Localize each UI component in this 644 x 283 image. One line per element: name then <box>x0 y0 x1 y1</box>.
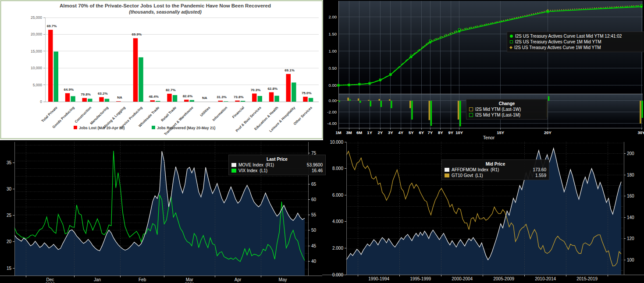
svg-text:2015-2019: 2015-2019 <box>576 276 598 281</box>
move-vix-legend[interactable]: Last Price MOVE Index (R1) 53.9600 VIX I… <box>228 155 326 175</box>
svg-text:1.50: 1.50 <box>329 32 337 36</box>
svg-text:6.000: 6.000 <box>332 193 343 198</box>
legend-label: I2S US Treasury Actives Curve Last Mid Y… <box>515 33 622 39</box>
svg-text:1Y: 1Y <box>367 130 372 135</box>
move-vix-panel[interactable]: 35302520157570656055504540DecJanFebMarAp… <box>0 140 322 283</box>
series-value: 16.46 <box>270 168 323 173</box>
marker-asterisk-icon <box>509 46 512 49</box>
svg-text:30: 30 <box>7 187 12 191</box>
change-legend[interactable]: Change I2S Mid YTM (Last-1W) I2S Mid YTM… <box>466 99 548 120</box>
legend-title: Last Price <box>231 156 323 162</box>
swatch-outline-icon <box>469 113 473 117</box>
svg-text:3M: 3M <box>346 130 352 135</box>
svg-text:1M: 1M <box>335 130 341 135</box>
svg-text:20Y: 20Y <box>544 130 552 135</box>
legend-row-affdfmom: AFFDFMOM Index (R1) 173.60 <box>445 167 546 173</box>
legend-row-1w: I2S US Treasury Actives Curve 1W Mid YTM <box>510 45 644 50</box>
svg-text:7Y: 7Y <box>428 130 433 135</box>
svg-text:15: 15 <box>7 266 12 271</box>
svg-text:20: 20 <box>7 239 12 244</box>
series-value: 53.9600 <box>276 162 323 168</box>
series-axis: (L1) <box>260 168 267 173</box>
mid-price-legend[interactable]: Mid Price AFFDFMOM Index (R1) 173.60 GT1… <box>441 159 549 180</box>
svg-text:60: 60 <box>311 197 317 202</box>
svg-text:69.9%: 69.9% <box>132 32 142 36</box>
svg-text:25: 25 <box>7 213 12 218</box>
svg-text:70.3%: 70.3% <box>251 88 261 92</box>
swatch-icon <box>231 163 236 167</box>
svg-text:140: 140 <box>627 215 634 220</box>
swatch-icon <box>231 169 236 173</box>
svg-text:0.50: 0.50 <box>329 66 337 71</box>
legend-label: I2S US Treasury Actives Curve 1W Mid YTM <box>514 45 601 50</box>
svg-text:Dec: Dec <box>46 277 54 282</box>
svg-text:Apr: Apr <box>235 277 242 282</box>
series-name: VIX Index <box>238 168 257 173</box>
svg-text:9Y: 9Y <box>448 130 454 135</box>
legend-title: Mid Price <box>445 161 546 167</box>
svg-text:20,000: 20,000 <box>31 32 42 36</box>
svg-text:45: 45 <box>311 244 317 248</box>
svg-text:4Y: 4Y <box>398 130 404 135</box>
legend-label: I2S Mid YTM (Last-1W) <box>475 106 521 112</box>
series-value: 173.60 <box>501 167 546 173</box>
svg-text:0: 0 <box>40 99 42 104</box>
jobs-chart: Almost 70% of the Private-Sector Jobs Lo… <box>0 0 323 140</box>
svg-text:8Y: 8Y <box>438 130 443 135</box>
series-name: MOVE Index <box>238 162 263 168</box>
svg-text:82.6%: 82.6% <box>183 94 193 98</box>
svg-text:(thousands, seasonally adjuste: (thousands, seasonally adjusted) <box>129 9 202 14</box>
series-name: AFFDFMOM Index <box>452 167 488 173</box>
svg-text:NA: NA <box>202 96 207 100</box>
jobs-chart-panel: Almost 70% of the Private-Sector Jobs Lo… <box>0 0 323 140</box>
svg-text:6Y: 6Y <box>419 130 424 135</box>
svg-text:10Y: 10Y <box>455 130 463 135</box>
marker-dot-icon <box>510 35 513 38</box>
svg-text:75.0%: 75.0% <box>302 91 312 95</box>
svg-text:1995-1999: 1995-1999 <box>410 276 431 281</box>
svg-text:64.9%: 64.9% <box>64 88 74 92</box>
svg-text:Mar: Mar <box>186 277 194 282</box>
svg-text:2000-2004: 2000-2004 <box>452 276 473 281</box>
series-axis: (R1) <box>491 167 499 173</box>
series-value: 1.559 <box>485 173 546 178</box>
svg-text:120: 120 <box>627 236 634 241</box>
curve-legend[interactable]: I2S US Treasury Actives Curve Last Mid Y… <box>507 32 644 52</box>
swatch-icon <box>445 168 449 172</box>
x-axis-labels: 1990-19941995-19992000-20042005-20092010… <box>358 275 608 281</box>
svg-text:6M: 6M <box>356 130 362 135</box>
svg-text:Almost 70% of the Private-Sect: Almost 70% of the Private-Sector Jobs Lo… <box>60 3 271 8</box>
series-axis: (R1) <box>266 162 274 168</box>
svg-text:-4.00: -4.00 <box>327 121 337 126</box>
svg-text:1990-1994: 1990-1994 <box>368 276 389 281</box>
svg-text:2005-2009: 2005-2009 <box>493 276 514 281</box>
svg-text:35: 35 <box>7 160 12 165</box>
svg-text:50: 50 <box>311 228 317 233</box>
svg-text:100: 100 <box>627 258 634 262</box>
series-name: GT10 Govt <box>452 173 473 178</box>
svg-text:200: 200 <box>627 151 634 156</box>
svg-text:10.000: 10.000 <box>330 140 343 145</box>
svg-text:63.2%: 63.2% <box>98 92 108 96</box>
svg-text:10,000: 10,000 <box>31 66 42 70</box>
legend-label: I2S Mid YTM (Last-1M) <box>475 112 520 118</box>
svg-text:2.00: 2.00 <box>329 14 337 19</box>
legend-row-vix: VIX Index (L1) 16.46 <box>231 168 323 173</box>
legend-label: I2S US Treasury Actives Curve 1M Mid YTM <box>515 39 601 45</box>
legend-row-change-1w: I2S Mid YTM (Last-1W) <box>469 106 544 112</box>
svg-text:69.1%: 69.1% <box>285 68 295 72</box>
svg-text:15,000: 15,000 <box>31 49 42 53</box>
svg-text:0.00: 0.00 <box>329 98 337 103</box>
svg-text:2.000: 2.000 <box>332 246 343 251</box>
treasury-curve-panel[interactable]: 2.001.501.000.500.000.00-2.00-4.001M3M6M… <box>323 0 644 140</box>
svg-text:5Y: 5Y <box>409 130 414 135</box>
marker-square-icon <box>510 40 513 43</box>
svg-text:-2.00: -2.00 <box>327 110 337 114</box>
svg-text:31.3%: 31.3% <box>217 95 227 99</box>
affdfmom-gt10-panel[interactable]: 10.0008.0006.0004.0002.0000.000200180160… <box>322 140 644 283</box>
svg-text:Jobs Recovered (May 20-May 21): Jobs Recovered (May 20-May 21) <box>157 126 215 130</box>
x-axis-labels: DecJanFebMarAprMay20202021 <box>26 276 287 283</box>
svg-text:40: 40 <box>311 259 317 264</box>
svg-text:69.7%: 69.7% <box>47 24 57 28</box>
svg-text:Tenor: Tenor <box>483 135 495 140</box>
